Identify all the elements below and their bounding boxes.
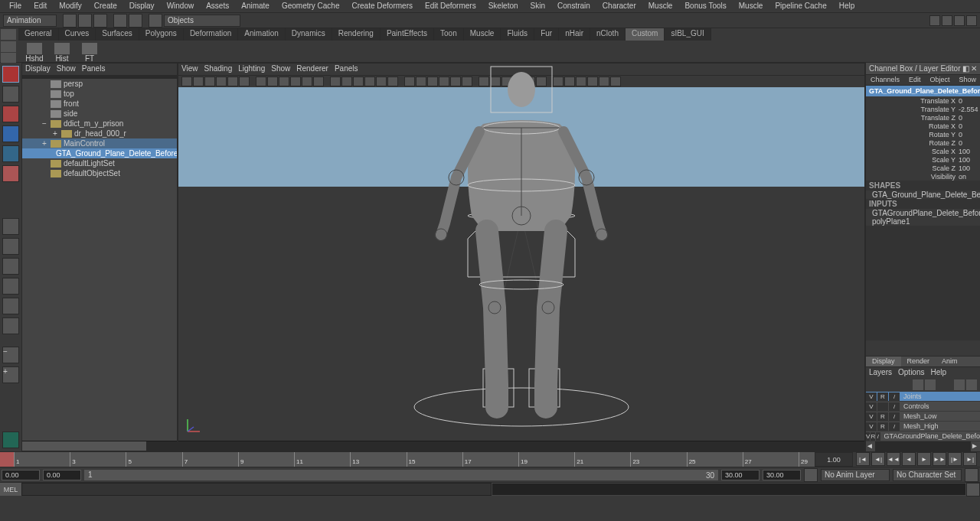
view-menu-shading[interactable]: Shading bbox=[204, 64, 233, 74]
view-toolbar-btn-13[interactable] bbox=[341, 77, 352, 86]
shelf-tab-muscle[interactable]: Muscle bbox=[464, 28, 501, 41]
range-slider[interactable]: 130 bbox=[84, 470, 718, 480]
attr-rotate-x[interactable]: Rotate X0 bbox=[866, 122, 980, 130]
scroll-right-icon[interactable]: ► bbox=[971, 441, 980, 451]
view-toolbar-btn-14[interactable] bbox=[353, 77, 364, 86]
play-end-field[interactable]: 30.00 bbox=[721, 470, 760, 480]
attr-scale-z[interactable]: Scale Z100 bbox=[866, 164, 980, 172]
menu-pipeline-cache[interactable]: Pipeline Cache bbox=[769, 0, 832, 12]
menu-edit[interactable]: Edit bbox=[28, 0, 53, 12]
current-frame-field[interactable]: 1.00 bbox=[815, 452, 853, 467]
layout-four[interactable] bbox=[2, 238, 19, 255]
shelf-tab-toon[interactable]: Toon bbox=[434, 28, 464, 41]
autokey-toggle[interactable] bbox=[804, 468, 818, 482]
status-btn-sel[interactable] bbox=[149, 14, 162, 28]
view-toolbar-btn-10[interactable] bbox=[302, 77, 312, 86]
layer-tab-render[interactable]: Render bbox=[901, 357, 936, 366]
workspace-mode-dropdown[interactable]: Animation bbox=[3, 15, 57, 27]
play-fwd-icon[interactable]: ► bbox=[917, 452, 931, 466]
layout-single[interactable] bbox=[2, 218, 19, 235]
channel-tab-channels[interactable]: Channels bbox=[866, 75, 904, 85]
viewport-scroll-h[interactable] bbox=[178, 441, 864, 451]
view-toolbar-btn-3[interactable] bbox=[216, 77, 227, 86]
shelf-tab-curves[interactable]: Curves bbox=[59, 28, 96, 41]
status-btn-2[interactable] bbox=[78, 14, 92, 28]
attr-rotate-y[interactable]: Rotate Y0 bbox=[866, 130, 980, 138]
attr-translate-y[interactable]: Translate Y-2.554 bbox=[866, 105, 980, 113]
status-btn-1[interactable] bbox=[63, 14, 77, 28]
shelf-tab-animation[interactable]: Animation bbox=[238, 28, 285, 41]
menu-create-deformers[interactable]: Create Deformers bbox=[346, 0, 419, 12]
layout-custom[interactable] bbox=[2, 317, 19, 334]
channel-tab-edit[interactable]: Edit bbox=[904, 75, 926, 85]
select-tool[interactable] bbox=[2, 66, 19, 83]
shelf-tab-polygons[interactable]: Polygons bbox=[139, 28, 184, 41]
shelf-tab-general[interactable]: General bbox=[18, 28, 59, 41]
anim-start-field[interactable]: 0.00 bbox=[2, 470, 40, 480]
attr-translate-z[interactable]: Translate Z0 bbox=[866, 113, 980, 122]
layout-two-side[interactable] bbox=[2, 258, 19, 275]
outliner-tree[interactable]: persptopfrontside−ddict_m_y_prison+dr_he… bbox=[22, 79, 177, 441]
attr-visibility[interactable]: Visibilityon bbox=[866, 172, 980, 181]
layer-move-up[interactable] bbox=[913, 379, 923, 390]
layer-menu-help[interactable]: Help bbox=[930, 368, 946, 377]
play-start-field[interactable]: 0.00 bbox=[43, 470, 81, 480]
attr-scale-y[interactable]: Scale Y100 bbox=[866, 155, 980, 164]
toggle-3[interactable] bbox=[954, 15, 965, 26]
view-menu-show[interactable]: Show bbox=[271, 64, 290, 74]
menu-skin[interactable]: Skin bbox=[524, 0, 551, 12]
layout-three[interactable] bbox=[2, 298, 19, 314]
menu-create[interactable]: Create bbox=[88, 0, 123, 12]
play-back-icon[interactable]: ◄ bbox=[902, 452, 916, 466]
layer-tab-display[interactable]: Display bbox=[866, 357, 901, 366]
tree-item[interactable]: defaultLightSet bbox=[22, 158, 177, 168]
viewport-3d[interactable] bbox=[178, 87, 864, 441]
scale-tool[interactable] bbox=[2, 165, 19, 182]
pickmask-dropdown[interactable]: Objects bbox=[164, 15, 240, 27]
view-toolbar-btn-6[interactable] bbox=[256, 77, 266, 86]
view-menu-renderer[interactable]: Renderer bbox=[296, 64, 328, 74]
lasso-tool[interactable] bbox=[2, 86, 19, 103]
playback-prefs-icon[interactable] bbox=[965, 468, 978, 482]
toggle-4[interactable] bbox=[966, 15, 977, 26]
tree-item[interactable]: GTA_Ground_Plane_Delete_Before_Export bbox=[22, 148, 177, 158]
view-toolbar-btn-12[interactable] bbox=[330, 77, 341, 86]
shelf-tab-sibl_gui[interactable]: sIBL_GUI bbox=[665, 28, 710, 41]
layer-tab-anim[interactable]: Anim bbox=[936, 357, 964, 366]
menu-bonus-tools[interactable]: Bonus Tools bbox=[678, 0, 732, 12]
go-start-icon[interactable]: |◄ bbox=[856, 452, 870, 466]
status-btn-3[interactable] bbox=[93, 14, 107, 28]
tree-item[interactable]: front bbox=[22, 99, 177, 109]
layer-new-selected[interactable] bbox=[966, 379, 977, 390]
step-back-key-icon[interactable]: ◄| bbox=[871, 452, 885, 466]
outliner-menu-show[interactable]: Show bbox=[57, 64, 76, 74]
layer-row[interactable]: VR/Joints bbox=[866, 392, 980, 402]
step-fwd-icon[interactable]: ►► bbox=[933, 452, 946, 466]
shelf-tab-painteffects[interactable]: PaintEffects bbox=[381, 28, 434, 41]
anim-layer-dropdown[interactable]: No Anim Layer bbox=[821, 469, 890, 481]
shelf-tab-deformation[interactable]: Deformation bbox=[184, 28, 238, 41]
layer-menu-layers[interactable]: Layers bbox=[869, 368, 892, 377]
layer-list[interactable]: VR/JointsV/ControlsVR/Mesh_LowVR/Mesh_Hi… bbox=[866, 392, 980, 441]
menu-edit-deformers[interactable]: Edit Deformers bbox=[419, 0, 482, 12]
view-toolbar-btn-11[interactable] bbox=[313, 77, 324, 86]
toggle-2[interactable] bbox=[942, 15, 952, 26]
shelf-tab-ncloth[interactable]: nCloth bbox=[590, 28, 626, 41]
script-editor-icon[interactable] bbox=[966, 483, 980, 497]
menu-muscle[interactable]: Muscle bbox=[642, 0, 679, 12]
menu-skeleton[interactable]: Skeleton bbox=[482, 0, 524, 12]
tree-item[interactable]: +dr_head_000_r bbox=[22, 129, 177, 138]
view-toolbar-btn-5[interactable] bbox=[239, 77, 250, 86]
shelf-tab-custom[interactable]: Custom bbox=[626, 28, 665, 41]
cmd-language-toggle[interactable]: MEL bbox=[0, 483, 21, 496]
cmd-input[interactable] bbox=[21, 483, 492, 496]
menu-window[interactable]: Window bbox=[161, 0, 201, 12]
character-set-dropdown[interactable]: No Character Set bbox=[893, 469, 962, 481]
layout-two-stack[interactable] bbox=[2, 278, 19, 295]
shelf-tab-fur[interactable]: Fur bbox=[534, 28, 559, 41]
shelf-tab-surfaces[interactable]: Surfaces bbox=[96, 28, 139, 41]
channel-node-name[interactable]: GTA_Ground_Plane_Delete_Before... bbox=[866, 86, 980, 96]
menu-constrain[interactable]: Constrain bbox=[551, 0, 596, 12]
shelf-tab-rendering[interactable]: Rendering bbox=[332, 28, 381, 41]
attr-rotate-z[interactable]: Rotate Z0 bbox=[866, 138, 980, 147]
